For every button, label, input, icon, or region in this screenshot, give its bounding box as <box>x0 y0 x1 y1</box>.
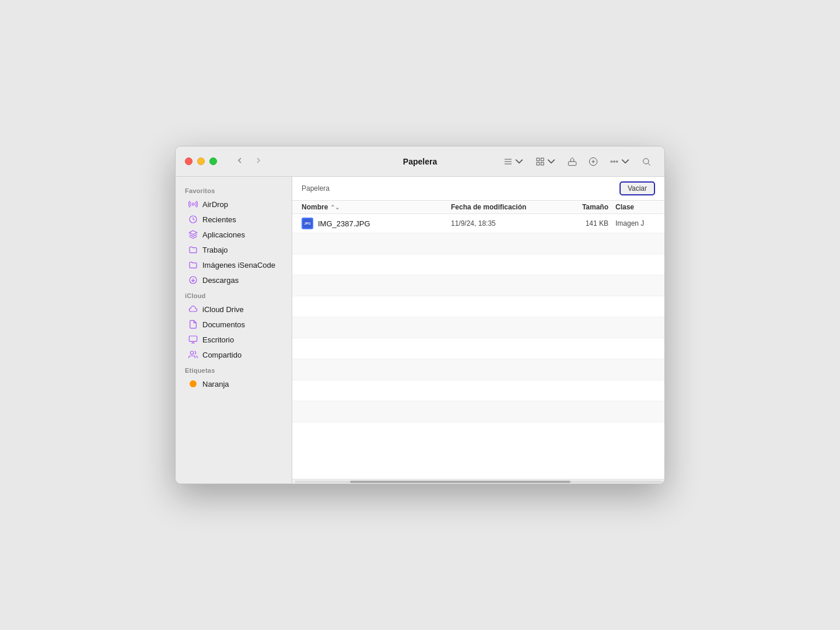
svg-point-13 <box>616 160 618 162</box>
sidebar-item-aplicaciones[interactable]: Aplicaciones <box>179 227 288 242</box>
sidebar: Favoritos AirDrop <box>176 177 292 484</box>
file-icon: JPG <box>302 218 313 229</box>
window-title: Papelera <box>403 157 437 166</box>
sidebar-item-imagenes-label: Imágenes iSenaCode <box>202 261 275 270</box>
col-tamano[interactable]: Tamaño <box>556 203 608 211</box>
list-view-button[interactable] <box>499 154 528 169</box>
sidebar-item-recientes[interactable]: Recientes <box>179 212 288 227</box>
download-icon <box>188 275 198 285</box>
folder-imagenes-icon <box>188 260 198 270</box>
folder-trabajo-icon <box>188 245 198 254</box>
sidebar-item-recientes-label: Recientes <box>202 215 236 224</box>
svg-point-11 <box>611 160 612 162</box>
svg-rect-6 <box>541 162 544 165</box>
grid-view-button[interactable] <box>531 154 560 169</box>
more-button[interactable] <box>606 154 634 169</box>
main-content: Favoritos AirDrop <box>176 177 664 484</box>
empty-row <box>292 254 664 275</box>
sidebar-item-escritorio-label: Escritorio <box>202 335 234 344</box>
svg-point-16 <box>192 203 194 205</box>
column-headers: Nombre ⌃⌄ Fecha de modificación Tamaño C… <box>292 201 664 214</box>
table-row[interactable]: JPG IMG_2387.JPG 11/9/24, 18:35 141 KB I… <box>292 214 664 233</box>
sidebar-item-airdrop-label: AirDrop <box>202 200 228 209</box>
airdrop-icon <box>188 200 198 209</box>
sidebar-section-etiquetas: Etiquetas <box>176 362 292 376</box>
empty-row <box>292 401 664 422</box>
empty-row <box>292 338 664 359</box>
svg-rect-20 <box>189 336 197 341</box>
shared-icon <box>188 350 198 359</box>
svg-point-24 <box>190 380 197 387</box>
sidebar-item-imagenes[interactable]: Imágenes iSenaCode <box>179 257 288 272</box>
sidebar-item-escritorio[interactable]: Escritorio <box>179 332 288 347</box>
col-fecha[interactable]: Fecha de modificación <box>451 203 556 211</box>
svg-text:JPG: JPG <box>304 222 310 225</box>
breadcrumb: Papelera <box>302 184 330 192</box>
sidebar-item-documentos[interactable]: Documentos <box>179 317 288 332</box>
sidebar-item-aplicaciones-label: Aplicaciones <box>202 230 245 239</box>
svg-point-12 <box>614 160 615 162</box>
tag-button[interactable] <box>584 154 602 169</box>
toolbar-actions <box>499 154 655 169</box>
file-rows: JPG IMG_2387.JPG 11/9/24, 18:35 141 KB I… <box>292 214 664 479</box>
empty-row <box>292 296 664 317</box>
clock-icon <box>188 215 198 224</box>
col-nombre[interactable]: Nombre ⌃⌄ <box>302 203 451 211</box>
back-button[interactable] <box>232 153 248 169</box>
empty-row <box>292 275 664 296</box>
apps-icon <box>188 230 198 239</box>
sidebar-item-compartido[interactable]: Compartido <box>179 347 288 362</box>
sidebar-item-descargas-label: Descargas <box>202 276 239 285</box>
col-clase[interactable]: Clase <box>608 203 655 211</box>
nav-buttons <box>232 153 267 169</box>
vaciar-button[interactable]: Vaciar <box>620 181 655 195</box>
file-area: Papelera Vaciar Nombre ⌃⌄ Fecha de modif… <box>292 177 664 484</box>
minimize-button[interactable] <box>197 158 205 165</box>
cloud-icon <box>188 304 198 314</box>
svg-rect-4 <box>541 158 544 161</box>
sidebar-item-naranja[interactable]: Naranja <box>179 376 288 391</box>
sort-arrows: ⌃⌄ <box>330 204 340 211</box>
desktop-icon <box>188 335 198 344</box>
sidebar-item-compartido-label: Compartido <box>202 351 242 359</box>
finder-window: Papelera <box>175 146 665 484</box>
sidebar-item-descargas[interactable]: Descargas <box>179 272 288 288</box>
scrollbar-area <box>292 479 664 484</box>
scrollbar-track[interactable] <box>295 481 662 483</box>
empty-row <box>292 359 664 380</box>
tag-orange-icon <box>188 379 198 388</box>
empty-row <box>292 380 664 401</box>
sidebar-item-airdrop[interactable]: AirDrop <box>179 197 288 212</box>
scrollbar-thumb <box>350 481 570 483</box>
file-area-header: Papelera Vaciar <box>292 177 664 201</box>
svg-point-14 <box>643 158 649 163</box>
sidebar-item-trabajo-label: Trabajo <box>202 246 228 254</box>
share-button[interactable] <box>564 154 581 169</box>
svg-rect-3 <box>537 158 540 161</box>
sidebar-item-naranja-label: Naranja <box>202 380 229 388</box>
file-type: Imagen J <box>608 219 655 228</box>
file-name-cell: JPG IMG_2387.JPG <box>302 218 451 229</box>
svg-line-15 <box>648 163 650 166</box>
file-name: IMG_2387.JPG <box>318 219 370 228</box>
empty-row <box>292 233 664 254</box>
sidebar-section-favoritos: Favoritos <box>176 183 292 197</box>
title-bar: Papelera <box>176 146 664 177</box>
doc-icon <box>188 320 198 329</box>
close-button[interactable] <box>185 158 192 165</box>
forward-button[interactable] <box>250 153 267 169</box>
traffic-lights <box>185 158 217 165</box>
sidebar-item-icloud-drive-label: iCloud Drive <box>202 305 244 314</box>
file-date: 11/9/24, 18:35 <box>451 219 556 228</box>
sidebar-item-trabajo[interactable]: Trabajo <box>179 242 288 257</box>
sidebar-section-icloud: iCloud <box>176 288 292 302</box>
search-button[interactable] <box>638 154 655 169</box>
empty-row <box>292 317 664 338</box>
file-size: 141 KB <box>556 219 608 228</box>
svg-point-23 <box>190 351 193 354</box>
svg-rect-7 <box>568 162 576 166</box>
sidebar-item-documentos-label: Documentos <box>202 320 245 329</box>
maximize-button[interactable] <box>209 158 217 165</box>
sidebar-item-icloud-drive[interactable]: iCloud Drive <box>179 302 288 317</box>
svg-rect-5 <box>537 162 540 165</box>
